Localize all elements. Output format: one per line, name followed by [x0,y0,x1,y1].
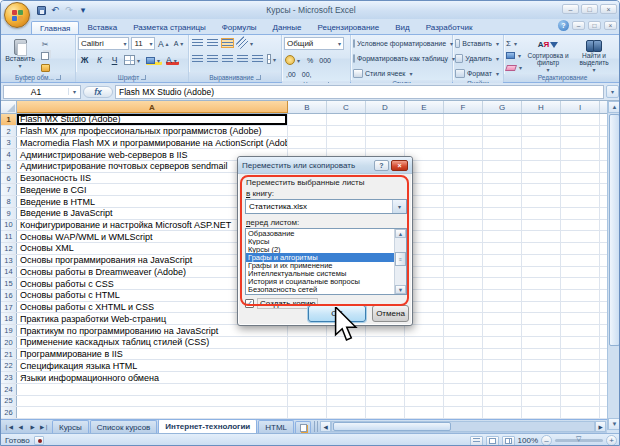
cell-G2[interactable] [483,126,522,137]
sheet-option-2[interactable]: Курсы [246,237,394,245]
scroll-up-button[interactable]: ▲ [608,101,620,113]
cell-B25[interactable] [288,396,327,407]
cell-I14[interactable] [561,267,600,278]
cell-C20[interactable] [327,337,366,348]
cell-D22[interactable] [366,360,405,371]
cell-F22[interactable] [444,360,483,371]
prev-sheet-button[interactable]: ◀ [15,422,26,432]
cell-F10[interactable] [444,220,483,231]
cell-E23[interactable] [405,372,444,383]
fill-color-button[interactable]: ▾ [145,54,163,66]
cell-G26[interactable] [483,407,522,418]
redo-button[interactable]: ↷ [63,4,75,16]
cell-D20[interactable] [366,337,405,348]
row-header-14[interactable]: 14 [1,267,17,278]
clipboard-dialog-launcher-icon[interactable] [56,75,61,80]
cell-G8[interactable] [483,196,522,207]
cell-H19[interactable] [522,325,561,336]
qat-customize-button[interactable]: ▾ [77,4,89,16]
cell-H20[interactable] [522,337,561,348]
paste-button[interactable]: Вставить ▾ [3,37,37,73]
workbook-restore-button[interactable]: □ [588,21,601,30]
cell-A21[interactable]: Программирование в IIS [17,349,288,360]
cell-G16[interactable] [483,290,522,301]
scroll-right-button[interactable]: ▶ [595,421,606,432]
cell-C23[interactable] [327,372,366,383]
row-header-10[interactable]: 10 [1,220,17,231]
ribbon-tab-4[interactable]: Формулы [214,21,265,34]
cell-A22[interactable]: Спецификация языка HTML [17,360,288,371]
cell-I24[interactable] [561,384,600,395]
sheet-option-8[interactable]: Безопасность сетей [246,286,394,294]
cell-F16[interactable] [444,290,483,301]
cell-C19[interactable] [327,325,366,336]
cell-I26[interactable] [561,407,600,418]
align-left-button[interactable] [191,53,204,65]
list-scrollbar[interactable]: ▲ ≡ ▼ [394,229,406,294]
last-sheet-button[interactable]: ▶❘ [39,422,50,432]
cell-H21[interactable] [522,349,561,360]
scroll-down-button[interactable]: ▼ [608,418,620,430]
cell-D21[interactable] [366,349,405,360]
cell-F8[interactable] [444,196,483,207]
currency-format-button[interactable]: ▾ [284,54,303,66]
tab-split-handle[interactable] [314,421,319,432]
cell-G9[interactable] [483,208,522,219]
cell-I22[interactable] [561,360,600,371]
cell-F14[interactable] [444,267,483,278]
cell-C3[interactable] [327,137,366,148]
cell-B1[interactable] [288,114,327,125]
cell-I5[interactable] [561,161,600,172]
cell-F5[interactable] [444,161,483,172]
column-header-F[interactable]: F [444,101,483,113]
sheet-option-7[interactable]: История и социальные вопросы [246,278,394,286]
cell-H18[interactable] [522,313,561,324]
cells-button-1[interactable]: Вставить▾ [455,37,501,50]
cell-F21[interactable] [444,349,483,360]
cell-H26[interactable] [522,407,561,418]
cell-H5[interactable] [522,161,561,172]
cell-I4[interactable] [561,149,600,160]
sheet-tab-4[interactable]: HTML [258,420,294,433]
copy-button[interactable] [39,51,51,61]
normal-view-button[interactable] [470,436,483,446]
cell-D2[interactable] [366,126,405,137]
cell-I18[interactable] [561,313,600,324]
cell-D3[interactable] [366,137,405,148]
column-header-A[interactable]: A [17,101,288,113]
cell-G18[interactable] [483,313,522,324]
list-scroll-up-button[interactable]: ▲ [395,229,406,238]
cell-A1[interactable]: Flash MX Studio (Adobe) [17,114,288,125]
page-layout-view-button[interactable] [486,436,499,446]
minimize-button[interactable]: – [562,4,579,14]
ribbon-tab-7[interactable]: Вид [387,21,417,34]
cell-I23[interactable] [561,372,600,383]
help-button[interactable]: ? [558,20,569,31]
cell-E22[interactable] [405,360,444,371]
cell-B26[interactable] [288,407,327,418]
cell-D1[interactable] [366,114,405,125]
cell-I8[interactable] [561,196,600,207]
grow-font-button[interactable]: А▴ [157,38,171,50]
increase-decimal-button[interactable]: ,00 [284,70,298,79]
cell-I17[interactable] [561,302,600,313]
row-header-2[interactable]: 2 [1,126,17,137]
column-header-D[interactable]: D [366,101,405,113]
row-header-15[interactable]: 15 [1,278,17,289]
font-size-combo[interactable]: 11▾ [131,37,155,50]
row-header-25[interactable]: 25 [1,396,17,407]
cell-C21[interactable] [327,349,366,360]
cell-I15[interactable] [561,278,600,289]
cell-F7[interactable] [444,184,483,195]
scroll-left-button[interactable]: ◀ [320,421,331,432]
clear-button[interactable]: ▾ [506,62,524,73]
ribbon-tab-1[interactable]: Главная [31,21,79,34]
ribbon-tab-6[interactable]: Рецензирование [309,21,387,34]
cell-A24[interactable] [17,384,288,395]
cell-A20[interactable]: Применение каскадных таблиц стилей (CSS) [17,337,288,348]
cell-F15[interactable] [444,278,483,289]
cell-F12[interactable] [444,243,483,254]
shrink-font-button[interactable]: А▾ [173,38,186,50]
percent-format-button[interactable]: % [305,56,315,65]
zoom-slider-thumb[interactable]: ▽ [576,435,581,443]
